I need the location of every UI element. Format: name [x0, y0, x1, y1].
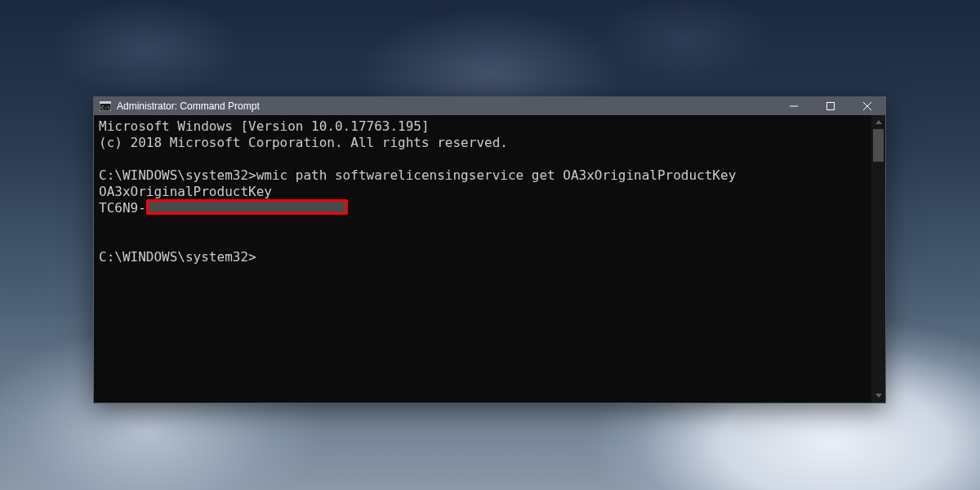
window-titlebar[interactable]: C:\ Administrator: Command Prompt — [94, 97, 885, 115]
scrollbar-track[interactable] — [871, 129, 885, 389]
terminal-output-header: OA3xOriginalProductKey — [99, 184, 272, 199]
scroll-down-arrow-icon[interactable] — [871, 389, 885, 403]
terminal-line-copyright: (c) 2018 Microsoft Corporation. All righ… — [99, 135, 508, 150]
command-prompt-window: C:\ Administrator: Command Prompt Micros… — [93, 96, 886, 403]
terminal-output-value-prefix: TC6N9- — [99, 200, 146, 216]
window-client-area: Microsoft Windows [Version 10.0.17763.19… — [94, 115, 885, 403]
cmd-icon: C:\ — [99, 100, 112, 113]
terminal-command-1: wmic path softwarelicensingservice get O… — [256, 167, 737, 183]
terminal-prompt-1: C:\WINDOWS\system32> — [99, 167, 256, 183]
svg-rect-4 — [826, 103, 834, 110]
terminal-output[interactable]: Microsoft Windows [Version 10.0.17763.19… — [94, 115, 871, 403]
window-title: Administrator: Command Prompt — [117, 100, 260, 112]
scroll-up-arrow-icon[interactable] — [871, 115, 885, 129]
svg-marker-8 — [875, 394, 882, 398]
svg-marker-7 — [875, 120, 882, 124]
terminal-prompt-2: C:\WINDOWS\system32> — [99, 249, 256, 265]
svg-rect-1 — [100, 101, 111, 104]
scrollbar-thumb[interactable] — [873, 129, 884, 162]
minimize-button[interactable] — [775, 97, 812, 115]
close-button[interactable] — [849, 97, 885, 115]
svg-text:C:\: C:\ — [101, 105, 110, 110]
terminal-line-version: Microsoft Windows [Version 10.0.17763.19… — [99, 118, 430, 134]
redacted-product-key — [146, 199, 348, 215]
vertical-scrollbar[interactable] — [871, 115, 885, 403]
maximize-button[interactable] — [812, 97, 849, 115]
